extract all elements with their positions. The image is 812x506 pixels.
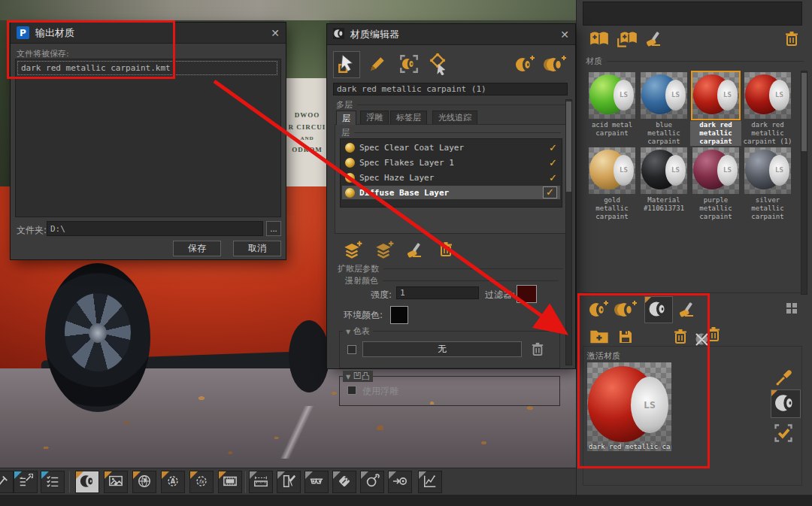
- new-multi-material-button[interactable]: [613, 299, 638, 321]
- material-ball-button[interactable]: [75, 471, 99, 493]
- edit-material-button[interactable]: [677, 301, 697, 321]
- add-library-button[interactable]: [589, 30, 610, 50]
- cancel-button[interactable]: 取消: [233, 241, 281, 256]
- save-material-button[interactable]: [617, 329, 634, 347]
- dialog-close-icon[interactable]: ✕: [271, 27, 280, 39]
- layer-row[interactable]: Spec Clear Coat Layer ✓: [342, 141, 560, 154]
- library-scrollbar[interactable]: [801, 71, 807, 295]
- glasses-3d-button[interactable]: [304, 471, 329, 493]
- export-material-dialog: P 输出材质 ✕ 文件将被保存: dark red metallic carpa…: [11, 23, 286, 259]
- checklist-button[interactable]: [41, 471, 65, 493]
- assign-check-button[interactable]: [772, 423, 795, 446]
- check-icon[interactable]: ✓: [543, 186, 557, 198]
- check-icon[interactable]: ✓: [549, 143, 557, 153]
- new-material-button[interactable]: [587, 299, 610, 321]
- wrench-check-button[interactable]: [0, 471, 14, 493]
- filename-row[interactable]: dark red metallic carpaint.kmt: [17, 61, 277, 75]
- editor-scrollbar[interactable]: [565, 99, 572, 365]
- colortable-checkbox[interactable]: [347, 345, 356, 354]
- image-button[interactable]: [104, 471, 128, 493]
- layer-row-selected[interactable]: Diffuse Base Layer ✓: [342, 186, 560, 199]
- arrow-target-button[interactable]: [388, 471, 412, 493]
- task-wrench-button[interactable]: [14, 471, 38, 493]
- intensity-input[interactable]: [396, 286, 479, 299]
- material-thumb-blue[interactable]: LS: [641, 72, 687, 119]
- add-sublibrary-button[interactable]: [616, 29, 638, 52]
- pick-pen-icon: [368, 54, 387, 76]
- grid-view-button[interactable]: [786, 302, 798, 317]
- wrench-diamond-icon: [337, 474, 352, 491]
- material-thumb-gold[interactable]: LS: [589, 147, 635, 194]
- gear-a-button[interactable]: A: [161, 471, 185, 493]
- select-material-ball-button[interactable]: [398, 53, 420, 77]
- chevron-down-icon[interactable]: ▼: [346, 329, 350, 335]
- pick-pen-button[interactable]: [368, 54, 387, 76]
- material-thumb-black[interactable]: LS: [641, 147, 687, 194]
- delete-selected-button[interactable]: [706, 325, 721, 345]
- film-button[interactable]: [218, 471, 242, 493]
- folder-input[interactable]: [47, 221, 263, 236]
- material-preview-button[interactable]: [644, 296, 673, 323]
- tab-label-layer[interactable]: 标签层: [390, 111, 427, 124]
- scrollbar-thumb[interactable]: [801, 73, 807, 151]
- door-brush-button[interactable]: [277, 471, 301, 493]
- caption-line: #110613731: [638, 205, 689, 213]
- wrench-diamond-button[interactable]: [332, 471, 356, 493]
- ball-rim: LS: [665, 155, 686, 186]
- import-folder-button[interactable]: [589, 328, 610, 348]
- colortable-none-button[interactable]: 无: [362, 341, 522, 357]
- effects-fx-button[interactable]: fx: [189, 471, 214, 493]
- active-material-thumb[interactable]: LS dark red metallic car: [587, 362, 671, 451]
- pick-material-icon: [775, 368, 793, 389]
- ruler-button[interactable]: [249, 471, 273, 493]
- effects-fx-icon: fx: [194, 474, 209, 491]
- ambient-color-swatch[interactable]: [390, 306, 408, 324]
- editor-titlebar[interactable]: 材质编辑器 ✕: [327, 24, 575, 45]
- erase-layer-button[interactable]: [405, 241, 425, 262]
- check-icon[interactable]: ✓: [549, 173, 557, 183]
- material-thumb-dark-red[interactable]: LS: [692, 72, 739, 119]
- add-layer-button[interactable]: [342, 240, 363, 262]
- colortable-group: ▼ 色表 无: [339, 331, 560, 368]
- chevron-down-icon[interactable]: ▼: [346, 374, 350, 380]
- add-multi-material-button[interactable]: [542, 54, 568, 76]
- scrollbar-thumb[interactable]: [566, 102, 571, 192]
- colortable-delete-button[interactable]: [531, 341, 544, 359]
- bump-use-checkbox[interactable]: [347, 386, 356, 395]
- delete-layer-button[interactable]: [438, 240, 453, 260]
- add-material-button[interactable]: [514, 54, 536, 76]
- editor-close-icon[interactable]: ✕: [560, 29, 569, 41]
- material-thumb-silver[interactable]: LS: [744, 147, 791, 194]
- material-name-field[interactable]: dark red metallic carpaint (1): [333, 83, 568, 95]
- file-list-box[interactable]: dark red metallic carpaint.kmt: [15, 59, 281, 217]
- delete-material-button[interactable]: [673, 327, 688, 347]
- browse-button[interactable]: ...: [266, 221, 281, 236]
- save-button[interactable]: 保存: [173, 241, 221, 256]
- filter-color-swatch[interactable]: [517, 285, 537, 303]
- material-thumb-dark-red-1[interactable]: LS: [744, 72, 791, 119]
- wrench-circle-button[interactable]: [360, 471, 384, 493]
- library-tree-box[interactable]: [583, 2, 802, 26]
- check-icon[interactable]: ✓: [549, 158, 557, 168]
- environment-globe-button[interactable]: [132, 471, 156, 493]
- duplicate-layer-button[interactable]: [374, 240, 395, 262]
- layer-row[interactable]: Spec Flakes Layer 1 ✓: [342, 156, 560, 169]
- delete-library-button[interactable]: [784, 30, 799, 49]
- app-logo-p: P: [17, 26, 29, 39]
- dialog-titlebar[interactable]: P 输出材质 ✕: [11, 23, 286, 44]
- select-tool-button[interactable]: [333, 51, 360, 78]
- material-thumb-acid-metal[interactable]: LS: [589, 72, 635, 119]
- layers-label: 层: [341, 127, 350, 138]
- delete-library-icon: [784, 30, 799, 49]
- material-ball-view-button[interactable]: [771, 389, 801, 418]
- chart-button[interactable]: [418, 471, 442, 493]
- material-caption: acid metalcarpaint: [586, 121, 638, 138]
- edit-library-button[interactable]: [644, 30, 664, 50]
- layer-row[interactable]: Spec Haze Layer ✓: [342, 171, 560, 184]
- tab-relief[interactable]: 浮雕: [360, 111, 389, 124]
- pick-material-button[interactable]: [775, 368, 793, 389]
- material-thumb-purple[interactable]: LS: [692, 147, 739, 194]
- tab-raytracing[interactable]: 光线追踪: [432, 111, 477, 124]
- tab-layers[interactable]: 层: [336, 111, 356, 125]
- material-graph-button[interactable]: [426, 53, 449, 77]
